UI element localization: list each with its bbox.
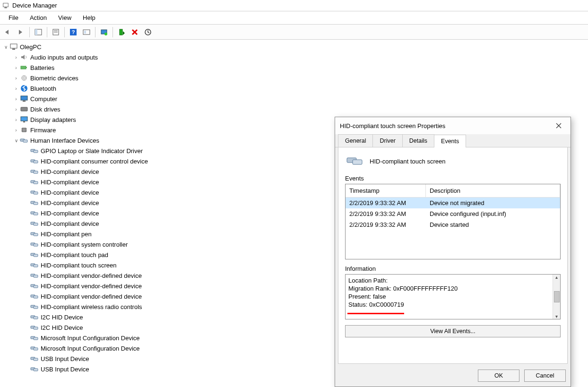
bluetooth-icon xyxy=(20,85,28,92)
svg-rect-17 xyxy=(10,44,17,48)
dialog-titlebar[interactable]: HID-compliant touch screen Properties xyxy=(335,117,571,134)
chevron-icon[interactable]: › xyxy=(12,128,20,133)
svg-rect-27 xyxy=(21,117,27,121)
svg-point-12 xyxy=(104,33,107,35)
events-list[interactable]: Timestamp Description 2/2/2019 9:33:32 A… xyxy=(345,184,561,259)
uninstall-device-button[interactable] xyxy=(129,26,140,38)
update-driver-button[interactable] xyxy=(98,26,110,38)
chevron-down-icon[interactable]: ∨ xyxy=(2,44,9,50)
tree-category[interactable]: ›Audio inputs and outputs xyxy=(2,52,588,62)
menu-help[interactable]: Help xyxy=(78,12,100,23)
hid-icon xyxy=(30,251,39,258)
svg-point-22 xyxy=(23,77,26,79)
cancel-button[interactable]: Cancel xyxy=(524,370,566,382)
close-icon xyxy=(556,123,562,129)
events-label: Events xyxy=(345,175,561,182)
hid-icon xyxy=(30,334,39,342)
window-title: Device Manager xyxy=(12,2,57,9)
hid-icon xyxy=(30,355,39,362)
tree-category[interactable]: ›Bluetooth xyxy=(2,83,588,94)
svg-point-21 xyxy=(22,76,26,80)
properties-button[interactable] xyxy=(50,26,61,38)
tab-events[interactable]: Events xyxy=(434,135,466,147)
tab-details[interactable]: Details xyxy=(402,134,434,147)
events-row[interactable]: 2/2/2019 9:33:32 AMDevice not migrated xyxy=(346,198,560,208)
properties-dialog: HID-compliant touch screen Properties Ge… xyxy=(335,117,571,387)
tree-device-label: HID-compliant touch pad xyxy=(41,251,108,258)
information-box: Location Path: Migration Rank: 0xF000FFF… xyxy=(345,274,561,319)
chevron-icon[interactable]: › xyxy=(12,86,20,91)
tab-general[interactable]: General xyxy=(338,134,373,147)
device-icon xyxy=(345,154,364,168)
chevron-icon[interactable]: › xyxy=(12,96,20,102)
scroll-down-icon[interactable]: ▾ xyxy=(555,314,558,319)
col-description[interactable]: Description xyxy=(426,184,560,197)
svg-rect-37 xyxy=(34,150,38,153)
help-button[interactable]: ? xyxy=(68,26,79,38)
enable-device-button[interactable] xyxy=(116,26,127,38)
menu-action[interactable]: Action xyxy=(25,12,52,23)
show-hide-console-button[interactable] xyxy=(33,26,44,38)
scrollbar[interactable]: ▴ ▾ xyxy=(553,275,560,319)
tree-category-label: Human Interface Devices xyxy=(30,137,99,144)
menu-file[interactable]: File xyxy=(4,12,23,23)
information-text: Location Path: Migration Rank: 0xF000FFF… xyxy=(346,275,553,319)
svg-rect-18 xyxy=(12,49,15,50)
tree-device-label: HID-compliant device xyxy=(41,220,99,227)
chevron-icon[interactable]: › xyxy=(12,65,20,70)
hid-icon xyxy=(30,157,39,165)
computer-icon xyxy=(9,43,18,51)
scroll-thumb[interactable] xyxy=(554,291,560,302)
tree-root[interactable]: ∨ OlegPC xyxy=(2,42,588,52)
tree-device-label: I2C HID Device xyxy=(41,324,83,331)
tree-category[interactable]: ›Computer xyxy=(2,94,588,104)
tab-driver[interactable]: Driver xyxy=(372,134,402,147)
svg-rect-83 xyxy=(353,160,362,164)
events-row[interactable]: 2/2/2019 9:33:32 AMDevice started xyxy=(346,219,560,230)
tree-device-label: HID-compliant consumer control device xyxy=(41,158,148,165)
ok-button[interactable]: OK xyxy=(478,370,519,382)
svg-text:?: ? xyxy=(72,29,75,35)
svg-rect-13 xyxy=(120,29,122,35)
tree-device-label: GPIO Laptop or Slate Indicator Driver xyxy=(41,147,143,155)
svg-rect-1 xyxy=(4,7,7,8)
tree-category-label: Bluetooth xyxy=(30,85,56,92)
tree-category-label: Batteries xyxy=(30,64,54,71)
chevron-icon[interactable]: › xyxy=(12,117,20,122)
scan-hardware-button[interactable] xyxy=(81,26,92,38)
chevron-icon[interactable]: ∨ xyxy=(12,138,20,143)
scroll-up-icon[interactable]: ▴ xyxy=(555,275,558,280)
hid-icon xyxy=(30,241,39,248)
chevron-icon[interactable]: › xyxy=(12,76,20,81)
hid-icon xyxy=(30,147,39,155)
svg-rect-71 xyxy=(34,327,38,329)
back-button[interactable] xyxy=(2,26,13,38)
chevron-icon[interactable]: › xyxy=(12,107,20,112)
scan-for-changes-button[interactable] xyxy=(142,26,154,38)
svg-rect-69 xyxy=(34,317,38,319)
menu-view[interactable]: View xyxy=(53,12,76,23)
col-timestamp[interactable]: Timestamp xyxy=(346,184,426,197)
svg-rect-35 xyxy=(23,140,27,142)
tree-category[interactable]: ›Disk drives xyxy=(2,104,588,114)
tree-category[interactable]: ›Batteries xyxy=(2,62,588,73)
svg-rect-79 xyxy=(34,369,38,371)
view-all-events-button[interactable]: View All Events... xyxy=(345,325,561,337)
chevron-icon[interactable]: › xyxy=(12,55,20,60)
events-row[interactable]: 2/2/2019 9:33:32 AMDevice configured (in… xyxy=(346,208,560,219)
window-titlebar: Device Manager xyxy=(0,0,588,11)
event-timestamp: 2/2/2019 9:33:32 AM xyxy=(346,198,426,208)
hid-icon xyxy=(30,272,39,279)
tree-device-label: Microsoft Input Configuration Device xyxy=(41,345,140,352)
app-icon xyxy=(2,2,9,9)
hid-icon xyxy=(30,365,39,373)
tree-device-label: HID-compliant device xyxy=(41,189,99,196)
forward-button[interactable] xyxy=(15,26,26,38)
menubar: File Action View Help xyxy=(0,11,588,25)
svg-rect-45 xyxy=(34,192,38,194)
tree-device-label: USB Input Device xyxy=(41,366,89,373)
svg-rect-61 xyxy=(34,275,38,277)
close-button[interactable] xyxy=(552,120,566,131)
tree-category[interactable]: ›Biometric devices xyxy=(2,73,588,83)
disk-icon xyxy=(20,105,28,113)
